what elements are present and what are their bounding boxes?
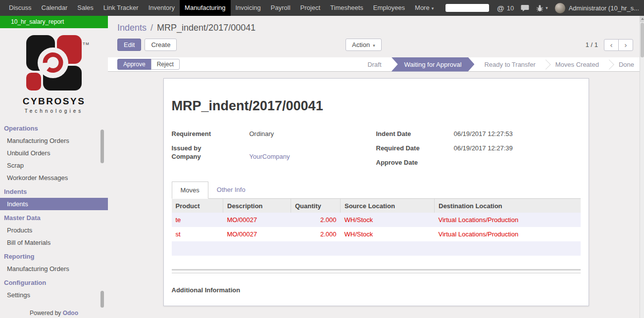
- cell-quantity[interactable]: 2.000: [291, 227, 341, 241]
- column-header-source-location[interactable]: Source Location: [341, 199, 435, 213]
- nav-inventory[interactable]: Inventory: [144, 0, 180, 16]
- separator-line: [172, 269, 581, 271]
- breadcrumb-current: MRP_indent/2017/00041: [157, 23, 255, 33]
- user-menu-label[interactable]: Administrator (10_hr_s...: [569, 4, 639, 12]
- column-header-quantity[interactable]: Quantity: [291, 199, 341, 213]
- form-fields: Requirement Ordinary Issued by Company Y…: [172, 130, 581, 173]
- breadcrumb-parent-link[interactable]: Indents: [117, 23, 147, 33]
- reject-button[interactable]: Reject: [151, 59, 180, 70]
- cell-product[interactable]: st: [172, 227, 223, 241]
- action-label: Action: [352, 41, 370, 48]
- cell-source-location[interactable]: WH/Stock: [341, 227, 435, 241]
- moves-table: Product Description Quantity Source Loca…: [172, 199, 581, 256]
- scrollbar-thumb[interactable]: [641, 23, 644, 57]
- approve-button[interactable]: Approve: [117, 59, 151, 70]
- cell-source-location[interactable]: WH/Stock: [341, 213, 435, 227]
- chevron-down-icon: ▾: [545, 5, 548, 10]
- timer-widget[interactable]: [446, 4, 489, 12]
- additional-information-heading: Additional Information: [172, 286, 581, 294]
- pager-previous-button[interactable]: ‹: [604, 39, 619, 51]
- activities-menu[interactable]: @ 10: [497, 4, 514, 12]
- column-header-description[interactable]: Description: [223, 199, 291, 213]
- chevron-down-icon: ▾: [373, 43, 375, 48]
- field-value-indent-date: 06/19/2017 12:27:53: [454, 130, 513, 140]
- nav-calendar[interactable]: Calendar: [37, 0, 73, 16]
- bug-icon: [536, 4, 544, 12]
- nav-more[interactable]: More▾: [410, 0, 439, 16]
- state-ready-to-transfer[interactable]: Ready to Transfer: [474, 57, 545, 72]
- form-sheet: MRP_indent/2017/00041 Requirement Ordina…: [163, 78, 589, 306]
- brand-subtitle: Technologies: [0, 108, 108, 114]
- field-value-required-date: 06/19/2017 12:27:39: [454, 144, 513, 155]
- field-label-issued-by-company: Issued by Company: [172, 144, 249, 161]
- field-label-indent-date: Indent Date: [376, 130, 454, 140]
- field-value-issued-by-company[interactable]: YourCompany: [249, 152, 290, 161]
- sidebar-item-products[interactable]: Products: [0, 224, 108, 236]
- state-moves-created[interactable]: Moves Created: [545, 57, 609, 72]
- sidebar-item-indents[interactable]: Indents: [0, 198, 108, 210]
- status-pipeline: Draft Waiting for Approval Ready to Tran…: [357, 57, 644, 72]
- nav-invoicing[interactable]: Invoicing: [231, 0, 266, 16]
- action-menu-button[interactable]: Action▾: [346, 39, 382, 51]
- nav-employees[interactable]: Employees: [368, 0, 410, 16]
- chat-bubble-icon: [521, 4, 529, 12]
- nav-more-label: More: [415, 4, 430, 11]
- cell-quantity[interactable]: 2.000: [291, 213, 341, 227]
- field-label-approve-date: Approve Date: [376, 158, 454, 169]
- nav-project[interactable]: Project: [296, 0, 325, 16]
- state-waiting-for-approval[interactable]: Waiting for Approval: [392, 57, 475, 72]
- cell-destination-location[interactable]: Virtual Locations/Production: [435, 227, 581, 241]
- main-content: Indents/MRP_indent/2017/00041 Edit Creat…: [108, 16, 644, 318]
- cell-description[interactable]: MO/00027: [223, 213, 291, 227]
- sidebar-menu: Operations Manufacturing Orders Unbuild …: [0, 121, 108, 301]
- table-row[interactable]: te MO/00027 2.000 WH/Stock Virtual Locat…: [172, 213, 581, 227]
- tab-moves[interactable]: Moves: [172, 182, 208, 199]
- notebook-tabs: Moves Other Info: [172, 182, 581, 199]
- user-avatar[interactable]: [555, 3, 565, 13]
- sidebar-item-bill-of-materials[interactable]: Bill of Materials: [0, 236, 108, 249]
- column-header-product[interactable]: Product: [172, 199, 223, 213]
- cell-description[interactable]: MO/00027: [223, 227, 291, 241]
- field-label-required-date: Required Date: [376, 144, 454, 155]
- cell-destination-location[interactable]: Virtual Locations/Production: [435, 213, 581, 227]
- odoo-link[interactable]: Odoo: [63, 310, 78, 317]
- section-reporting: Reporting: [0, 249, 108, 263]
- pager-next-button[interactable]: ›: [618, 39, 633, 51]
- top-navbar: Discuss Calendar Sales Link Tracker Inve…: [0, 0, 644, 16]
- nav-timesheets[interactable]: Timesheets: [325, 0, 368, 16]
- pager-value: 1 / 1: [586, 41, 598, 48]
- cell-product[interactable]: te: [172, 213, 223, 227]
- statusbar: Approve Reject Draft Waiting for Approva…: [108, 57, 644, 72]
- control-panel: Edit Create Action▾ 1 / 1 ‹ ›: [108, 33, 644, 57]
- sidebar-item-manufacturing-orders[interactable]: Manufacturing Orders: [0, 135, 108, 147]
- messages-icon[interactable]: [521, 4, 529, 12]
- section-configuration: Configuration: [0, 275, 108, 289]
- sidebar-item-workorder-messages[interactable]: Workorder Messages: [0, 172, 108, 184]
- sidebar-item-manufacturing-orders-report[interactable]: Manufacturing Orders: [0, 263, 108, 275]
- nav-sales[interactable]: Sales: [72, 0, 99, 16]
- create-button[interactable]: Create: [145, 39, 177, 51]
- nav-manufacturing[interactable]: Manufacturing: [180, 0, 230, 16]
- table-header-row: Product Description Quantity Source Loca…: [172, 199, 581, 213]
- sidebar-scrollbar-thumb[interactable]: [100, 291, 104, 308]
- sidebar-item-scrap[interactable]: Scrap: [0, 159, 108, 172]
- main-scrollbar[interactable]: [640, 16, 644, 318]
- state-draft[interactable]: Draft: [357, 57, 391, 72]
- separator-line: [172, 273, 581, 273]
- table-row[interactable]: st MO/00027 2.000 WH/Stock Virtual Locat…: [172, 227, 581, 241]
- nav-discuss[interactable]: Discuss: [4, 0, 37, 16]
- nav-payroll[interactable]: Payroll: [266, 0, 296, 16]
- state-done[interactable]: Done: [609, 57, 644, 72]
- column-header-destination-location[interactable]: Destination Location: [435, 199, 581, 213]
- tab-other-info[interactable]: Other Info: [208, 182, 254, 198]
- section-master-data: Master Data: [0, 210, 108, 224]
- scroll-up-button[interactable]: [640, 16, 644, 22]
- debug-menu[interactable]: ▾: [536, 4, 548, 12]
- edit-button[interactable]: Edit: [117, 39, 141, 51]
- sidebar-item-unbuild-orders[interactable]: Unbuild Orders: [0, 147, 108, 159]
- sidebar-scrollbar-thumb[interactable]: [100, 130, 104, 163]
- sidebar: 10_hr_salary_report TM CYBROSYS Technolo…: [0, 16, 108, 318]
- systray: @ 10 ▾ Administrator (10_hr_s...: [446, 0, 644, 16]
- nav-link-tracker[interactable]: Link Tracker: [99, 0, 144, 16]
- sidebar-item-settings[interactable]: Settings: [0, 289, 108, 301]
